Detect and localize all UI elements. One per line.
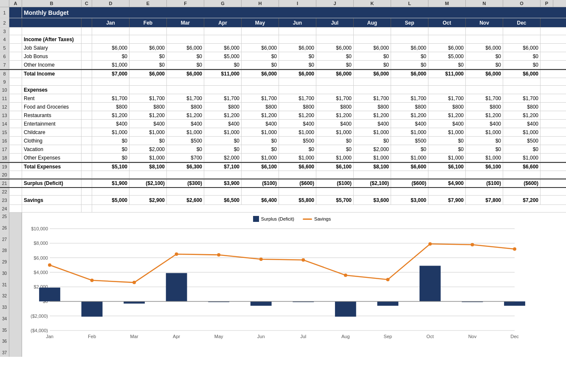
col-l-header: L: [391, 0, 428, 7]
total-income-label: Total Income: [22, 70, 82, 78]
savings-label: Savings: [22, 196, 82, 204]
col-e-header: E: [130, 0, 167, 7]
row-7: 7 Other Income $1,000 $0 $0 $0 $0 $0 $0 …: [0, 61, 566, 69]
row-12: 12 Food and Groceries $800 $800 $800 $80…: [0, 103, 566, 111]
savings-dot-2: [132, 281, 136, 284]
surplus-bar-0: [39, 288, 60, 302]
svg-text:Mar: Mar: [130, 334, 138, 339]
col-k-header: K: [354, 0, 391, 7]
job-salary-label: Job Salary: [22, 44, 82, 52]
month-dec: Dec: [503, 18, 541, 27]
chart-rows: 25 26 27 28 29 30 31 32 33 34 35 36 37: [0, 213, 566, 357]
row-9: 9: [0, 78, 566, 86]
savings-dot-6: [301, 258, 305, 262]
row-24: 24: [0, 205, 566, 213]
col-p-header: P: [541, 0, 553, 7]
row-16: 16 Clothing $0 $0 $500 $0 $0 $500 $0 $0 …: [0, 137, 566, 145]
vacation-label: Vacation: [22, 145, 82, 153]
svg-text:$8,000: $8,000: [34, 241, 48, 246]
row-2: 2 Jan Feb Mar Apr May Jun Jul Aug Sep Oc…: [0, 18, 566, 28]
col-d-header: D: [92, 0, 130, 7]
total-expenses-label: Total Expenses: [22, 163, 82, 171]
row-18: 18 Other Expenses $0 $1,000 $700 $2,000 …: [0, 154, 566, 162]
surplus-bar-8: [377, 301, 398, 305]
savings-dot-7: [344, 274, 347, 277]
svg-text:Apr: Apr: [173, 334, 180, 339]
savings-dot-11: [513, 247, 516, 251]
rent-label: Rent: [22, 94, 82, 102]
savings-dot-9: [428, 242, 432, 246]
legend-savings: Savings: [303, 216, 331, 221]
month-jun: Jun: [279, 18, 316, 27]
row-14: 14 Entertainment $400 $400 $400 $400 $40…: [0, 120, 566, 128]
month-feb: Feb: [130, 18, 167, 27]
legend-line-label: Savings: [314, 216, 331, 221]
savings-dot-5: [259, 258, 263, 261]
svg-text:Dec: Dec: [510, 334, 519, 339]
month-sep: Sep: [391, 18, 428, 27]
col-f-header: F: [167, 0, 204, 7]
savings-dot-3: [175, 252, 178, 256]
month-may: May: [242, 18, 279, 27]
row-20: 20: [0, 171, 566, 179]
row-19: 19 Total Expenses $5,100 $8,100 $6,300 $…: [0, 162, 566, 171]
row-num-2: 2: [0, 18, 9, 27]
legend-bar-icon: [253, 216, 259, 222]
month-nov: Nov: [466, 18, 503, 27]
svg-text:Feb: Feb: [88, 334, 96, 339]
other-income-label: Other Income: [22, 61, 82, 69]
row-15: 15 Childcare $1,000 $1,000 $1,000 $1,000…: [0, 128, 566, 137]
savings-dot-8: [386, 278, 389, 281]
row-21: 21 Surplus (Deficit) $1,900 ($2,100) ($3…: [0, 179, 566, 188]
surplus-bar-11: [504, 301, 525, 305]
col-g-header: G: [204, 0, 242, 7]
food-label: Food and Groceries: [22, 103, 82, 111]
row-4: 4 Income (After Taxes): [0, 35, 566, 44]
svg-text:Oct: Oct: [426, 334, 434, 339]
row-10: 10 Expenses: [0, 86, 566, 94]
title-cell: Monthly Budget: [22, 7, 82, 18]
row-3: 3: [0, 28, 566, 35]
row-11: 11 Rent $1,700 $1,700 $1,700 $1,700 $1,7…: [0, 94, 566, 103]
row-17: 17 Vacation $0 $2,000 $0 $0 $0 $0 $0 $2,…: [0, 145, 566, 154]
expenses-label: Expenses: [22, 86, 82, 94]
col-h-header: H: [242, 0, 279, 7]
restaurants-label: Restaurants: [22, 111, 82, 119]
month-aug: Aug: [354, 18, 391, 27]
col-header-row: A B C D E F G H I J K L M N O P: [0, 0, 566, 7]
svg-text:Sep: Sep: [384, 334, 392, 339]
cell-1a: [9, 7, 22, 18]
entertainment-label: Entertainment: [22, 120, 82, 128]
chart-area: Surplus (Deficit) Savings $10,000$8,000$…: [22, 213, 566, 357]
col-i-header: I: [279, 0, 316, 7]
svg-text:($4,000): ($4,000): [31, 328, 48, 333]
svg-text:$6,000: $6,000: [34, 255, 48, 260]
row-8: 8 Total Income $7,000 $6,000 $6,000 $11,…: [0, 69, 566, 78]
legend-bar-label: Surplus (Deficit): [261, 216, 294, 221]
svg-text:Nov: Nov: [468, 334, 477, 339]
row-1: 1 Monthly Budget: [0, 7, 566, 18]
childcare-label: Childcare: [22, 128, 82, 136]
month-jul: Jul: [316, 18, 354, 27]
clothing-label: Clothing: [22, 137, 82, 145]
row-22: 22: [0, 188, 566, 196]
row-23: 23 Savings $5,000 $2,900 $2,600 $6,500 $…: [0, 196, 566, 205]
col-a-header: A: [9, 0, 22, 7]
surplus-bar-2: [124, 301, 145, 303]
income-label: Income (After Taxes): [22, 35, 82, 43]
svg-text:Aug: Aug: [341, 334, 350, 339]
col-o-header: O: [503, 0, 541, 7]
month-mar: Mar: [167, 18, 204, 27]
col-n-header: N: [466, 0, 503, 7]
col-m-header: M: [428, 0, 466, 7]
surplus-bar-3: [166, 273, 187, 302]
row-13: 13 Restaurants $1,200 $1,200 $1,200 $1,2…: [0, 111, 566, 120]
surplus-bar-5: [251, 301, 272, 305]
savings-dot-0: [48, 263, 51, 267]
chart-visualization: $10,000$8,000$6,000$4,000$2,000$0($2,000…: [22, 224, 523, 347]
col-c-header: C: [82, 0, 92, 7]
savings-dot-1: [90, 279, 94, 282]
savings-dot-4: [217, 253, 220, 257]
svg-text:$10,000: $10,000: [31, 226, 48, 231]
chart-legend: Surplus (Deficit) Savings: [22, 216, 562, 222]
